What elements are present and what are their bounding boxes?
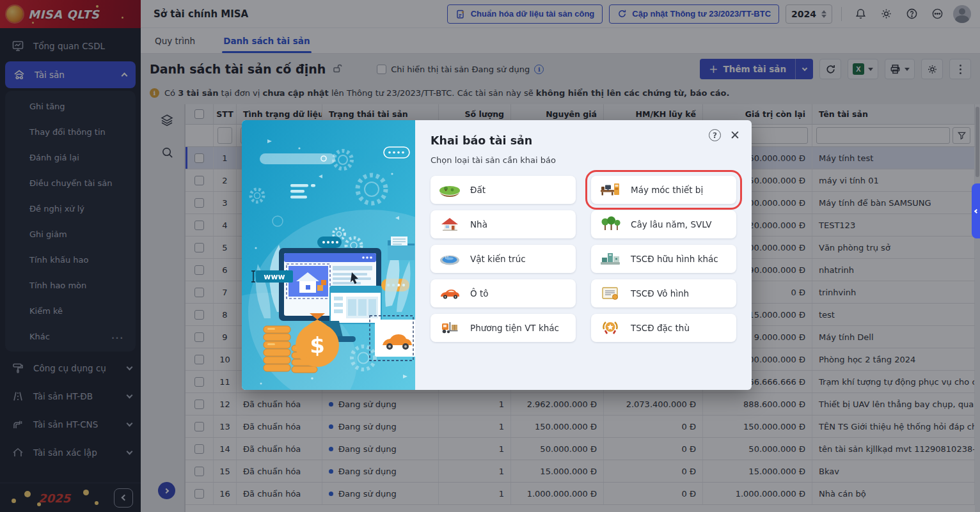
svg-text:$: $ [310,332,325,358]
modal-help-button[interactable]: ? [709,129,721,141]
asset-type-icon [597,284,623,302]
modal-title: Khai báo tài sản [431,134,736,147]
svg-text:www: www [264,272,285,281]
asset-type-icon [437,284,462,302]
asset-type-options: Đất Máy móc thiết bị Nhà Cây lâu [431,176,736,342]
asset-type-label: Nhà [470,219,487,229]
asset-type-option[interactable]: Ô tô [431,279,576,307]
asset-type-option[interactable]: TSCĐ đặc thù [591,314,736,342]
right-panel-expander[interactable] [972,183,980,238]
asset-type-label: Phương tiện VT khác [470,323,559,333]
asset-type-option[interactable]: Cây lâu năm, SVLV [591,210,736,238]
asset-type-icon [597,215,623,233]
asset-type-option[interactable]: Vật kiến trúc [431,245,576,273]
asset-type-option[interactable]: Nhà [431,210,576,238]
asset-type-label: Ô tô [470,288,488,299]
asset-type-option[interactable]: TSCĐ Vô hình [591,279,736,307]
asset-type-icon [597,250,623,268]
modal-content: ? ✕ Khai báo tài sản Chọn loại tài sản c… [415,120,752,390]
asset-type-option[interactable]: Máy móc thiết bị [591,176,736,204]
asset-type-label: TSCĐ hữu hình khác [631,254,718,264]
asset-type-label: Vật kiến trúc [470,254,526,264]
asset-type-icon [437,250,462,268]
asset-type-label: Cây lâu năm, SVLV [631,219,712,229]
asset-type-icon [437,319,462,337]
asset-type-label: Máy móc thiết bị [631,185,703,195]
asset-type-label: TSCĐ Vô hình [631,288,689,299]
asset-type-icon [597,181,623,199]
app-window: MISA QLTS Tổng quan CSDL Tài sản [0,0,980,512]
modal-subtitle: Chọn loại tài sản cần khai báo [431,155,736,165]
asset-type-label: Đất [470,185,486,195]
asset-type-option[interactable]: Đất [431,176,576,204]
asset-type-option[interactable]: TSCĐ hữu hình khác [591,245,736,273]
asset-type-option[interactable]: Phương tiện VT khác [431,314,576,342]
asset-type-icon [597,319,623,337]
close-icon[interactable]: ✕ [730,129,740,141]
declare-asset-modal: www $ [242,120,752,390]
asset-type-icon [437,215,462,233]
asset-type-label: TSCĐ đặc thù [631,323,690,333]
asset-type-icon [437,181,462,199]
modal-illustration: www $ [242,120,415,390]
